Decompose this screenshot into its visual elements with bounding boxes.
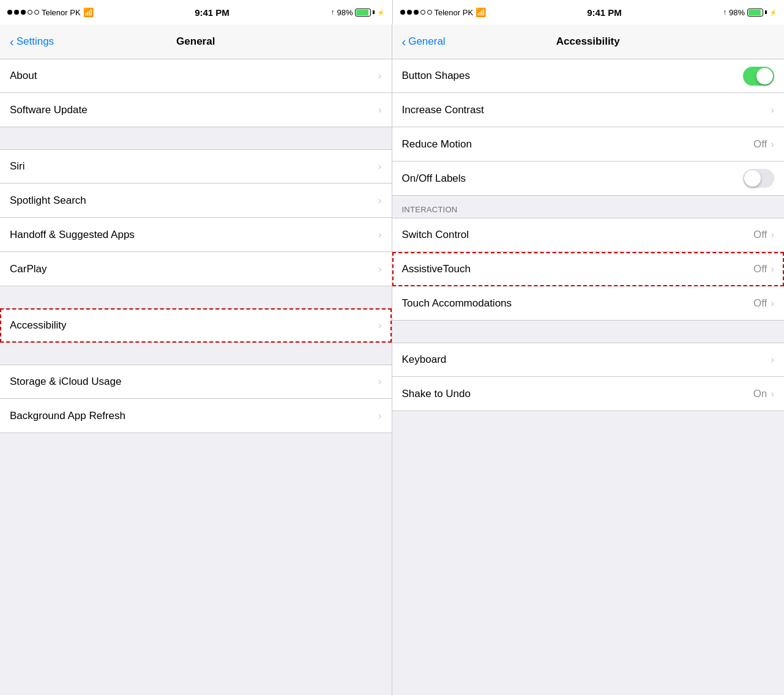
section-siri: Siri › Spotlight Search › Handoff & Sugg… (0, 149, 392, 286)
back-settings-button[interactable]: ‹ Settings (10, 35, 54, 48)
left-nav-title: General (176, 35, 215, 48)
right-icons-right: ↑ 98% ⚡ (723, 8, 777, 17)
accessibility-cell[interactable]: Accessibility › (0, 308, 392, 343)
background-app-chevron: › (378, 410, 382, 422)
shake-to-undo-cell[interactable]: Shake to Undo On › (392, 377, 785, 411)
switch-control-right: Off › (753, 229, 774, 241)
interaction-header-label: INTERACTION (402, 205, 458, 214)
reduce-motion-label: Reduce Motion (402, 138, 472, 151)
signal-carrier-left: Telenor PK 📶 (7, 7, 94, 17)
section-storage: Storage & iCloud Usage › Background App … (0, 365, 392, 433)
switch-control-cell[interactable]: Switch Control Off › (392, 218, 785, 252)
rdot4 (420, 10, 425, 15)
time-left: 9:41 PM (195, 7, 230, 18)
assistive-touch-right: Off › (753, 263, 774, 275)
interaction-header: INTERACTION (392, 196, 785, 218)
keyboard-right: › (771, 354, 774, 366)
carplay-label: CarPlay (10, 263, 47, 275)
shake-to-undo-label: Shake to Undo (402, 388, 471, 400)
wifi-icon-right: 📶 (476, 7, 486, 17)
about-cell[interactable]: About › (0, 59, 392, 93)
battery-tip-left (373, 10, 375, 14)
storage-chevron: › (378, 376, 382, 388)
section-interaction: Switch Control Off › AssistiveTouch Off … (392, 218, 785, 321)
accessibility-right: › (378, 319, 382, 332)
back-chevron-left: ‹ (10, 35, 14, 48)
background-app-cell[interactable]: Background App Refresh › (0, 399, 392, 433)
storage-right: › (378, 376, 382, 388)
section-keyboard: Keyboard › Shake to Undo On › (392, 343, 785, 411)
nav-bar-general: ‹ Settings General (0, 24, 392, 59)
keyboard-chevron: › (771, 354, 774, 366)
handoff-cell[interactable]: Handoff & Suggested Apps › (0, 218, 392, 252)
button-shapes-toggle[interactable] (743, 67, 774, 86)
dot3 (21, 10, 26, 15)
reduce-motion-value: Off (753, 138, 767, 151)
assistive-touch-label: AssistiveTouch (402, 263, 471, 275)
battery-fill-left (356, 10, 368, 15)
time-right: 9:41 PM (587, 7, 622, 18)
bolt-right: ⚡ (769, 9, 777, 16)
gap-1 (0, 127, 392, 149)
about-label: About (10, 70, 37, 82)
nav-bar-inner-right: ‹ General Accessibility (402, 24, 775, 59)
siri-chevron: › (378, 160, 382, 173)
signal-dots-left (7, 10, 39, 15)
storage-cell[interactable]: Storage & iCloud Usage › (0, 365, 392, 399)
status-bar: Telenor PK 📶 9:41 PM ↑ 98% ⚡ (0, 0, 784, 24)
button-shapes-cell[interactable]: Button Shapes (392, 59, 785, 93)
status-bar-left: Telenor PK 📶 9:41 PM ↑ 98% ⚡ (0, 0, 392, 24)
storage-label: Storage & iCloud Usage (10, 376, 121, 388)
battery-tip-right (765, 10, 767, 14)
increase-contrast-cell[interactable]: Increase Contrast › (392, 93, 785, 127)
touch-accommodations-cell[interactable]: Touch Accommodations Off › (392, 286, 785, 321)
battery-body-left (355, 9, 371, 17)
touch-accommodations-value: Off (753, 297, 767, 310)
status-bar-right: Telenor PK 📶 9:41 PM ↑ 98% ⚡ (392, 0, 785, 24)
software-update-cell[interactable]: Software Update › (0, 93, 392, 127)
battery-body-right (747, 9, 763, 17)
assistive-touch-cell[interactable]: AssistiveTouch Off › (392, 252, 785, 286)
touch-accommodations-label: Touch Accommodations (402, 297, 512, 310)
battery-left (355, 9, 375, 17)
assistive-touch-value: Off (753, 263, 767, 275)
onoff-labels-cell[interactable]: On/Off Labels (392, 162, 785, 196)
wifi-icon-left: 📶 (83, 7, 94, 17)
section-visual: Button Shapes Increase Contrast › Reduce… (392, 59, 785, 196)
location-icon-right: ↑ (723, 8, 726, 17)
carrier-left: Telenor PK (42, 8, 81, 17)
right-nav-title: Accessibility (556, 35, 620, 48)
onoff-labels-toggle[interactable] (743, 169, 774, 188)
about-chevron: › (378, 70, 382, 82)
keyboard-cell[interactable]: Keyboard › (392, 343, 785, 377)
section-accessibility: Accessibility › (0, 308, 392, 343)
handoff-right: › (378, 229, 382, 241)
shake-to-undo-right: On › (753, 388, 774, 400)
carplay-cell[interactable]: CarPlay › (0, 252, 392, 286)
siri-cell[interactable]: Siri › (0, 149, 392, 184)
assistive-touch-chevron: › (771, 263, 774, 275)
gap-3 (0, 343, 392, 365)
keyboard-label: Keyboard (402, 354, 447, 366)
spotlight-search-label: Spotlight Search (10, 195, 86, 207)
spotlight-right: › (378, 195, 382, 207)
software-update-label: Software Update (10, 104, 88, 116)
carrier-right: Telenor PK (435, 8, 474, 17)
battery-fill-right (749, 10, 761, 15)
nav-bar-accessibility: ‹ General Accessibility (392, 24, 785, 59)
back-general-button[interactable]: ‹ General (402, 35, 446, 48)
touch-accommodations-chevron: › (771, 297, 774, 310)
back-chevron-right: ‹ (402, 35, 406, 48)
onoff-labels-label: On/Off Labels (402, 173, 466, 185)
handoff-label: Handoff & Suggested Apps (10, 229, 135, 241)
section-about: About › Software Update › (0, 59, 392, 127)
button-shapes-toggle-thumb (756, 68, 773, 84)
dot5 (34, 10, 39, 15)
software-update-right: › (378, 104, 382, 116)
spotlight-search-cell[interactable]: Spotlight Search › (0, 184, 392, 218)
rdot2 (407, 10, 412, 15)
reduce-motion-cell[interactable]: Reduce Motion Off › (392, 127, 785, 162)
switch-control-value: Off (753, 229, 767, 241)
switch-control-chevron: › (771, 229, 774, 241)
onoff-labels-right (743, 169, 774, 188)
